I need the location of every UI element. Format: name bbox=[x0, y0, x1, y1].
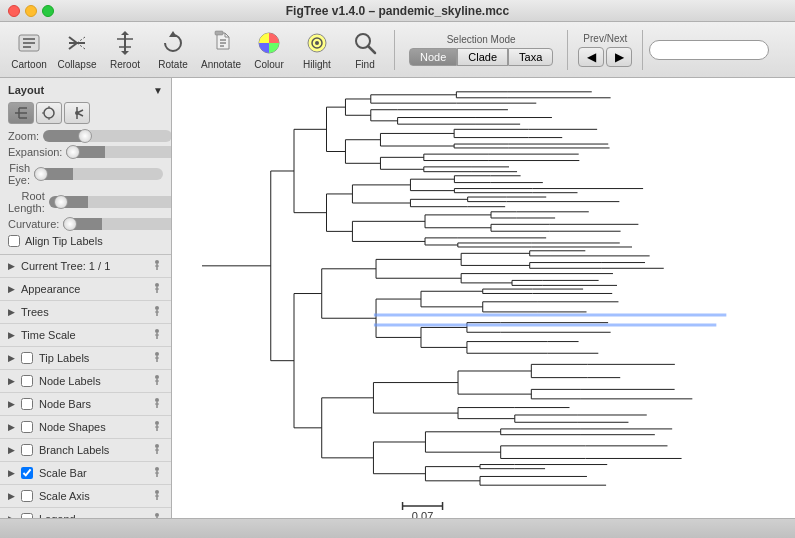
svg-point-60 bbox=[155, 421, 159, 425]
svg-marker-14 bbox=[169, 31, 177, 37]
tree-canvas[interactable] bbox=[172, 78, 795, 518]
rotate-button[interactable]: Rotate bbox=[150, 26, 196, 74]
node-shapes-label: Node Shapes bbox=[39, 421, 106, 433]
sidebar-item-left-node-labels: ▶Node Labels bbox=[8, 375, 101, 387]
find-button[interactable]: Find bbox=[342, 26, 388, 74]
fish-eye-slider[interactable] bbox=[34, 168, 163, 180]
branch-labels-checkbox[interactable] bbox=[21, 444, 33, 456]
search-input[interactable] bbox=[649, 40, 769, 60]
legend-label: Legend bbox=[39, 513, 76, 518]
separator-3 bbox=[642, 30, 643, 70]
node-mode-button[interactable]: Node bbox=[409, 48, 457, 66]
legend-checkbox[interactable] bbox=[21, 513, 33, 518]
svg-point-42 bbox=[155, 283, 159, 287]
prevnext-group: Prev/Next ◀ ▶ bbox=[578, 33, 632, 67]
sidebar-item-trees[interactable]: ▶Trees bbox=[0, 301, 171, 324]
triangle-icon: ▶ bbox=[8, 399, 15, 409]
scale-bar-checkbox[interactable] bbox=[21, 467, 33, 479]
selection-mode-label: Selection Mode bbox=[447, 34, 516, 45]
align-tip-labels-label: Align Tip Labels bbox=[25, 235, 103, 247]
pin-icon bbox=[151, 443, 163, 457]
root-length-label: Root Length: bbox=[8, 190, 45, 214]
hilight-label: Hilight bbox=[303, 59, 331, 70]
sidebar-item-node-bars[interactable]: ▶Node Bars bbox=[0, 393, 171, 416]
cartoon-button[interactable]: Cartoon bbox=[6, 26, 52, 74]
sidebar-item-scale-axis[interactable]: ▶Scale Axis bbox=[0, 485, 171, 508]
minimize-button[interactable] bbox=[25, 5, 37, 17]
status-bar bbox=[0, 518, 795, 538]
svg-point-72 bbox=[155, 513, 159, 517]
svg-point-39 bbox=[155, 260, 159, 264]
layout-collapse-icon[interactable]: ▼ bbox=[153, 85, 163, 96]
colour-button[interactable]: Colour bbox=[246, 26, 292, 74]
annotate-label: Annotate bbox=[201, 59, 241, 70]
separator-2 bbox=[567, 30, 568, 70]
layout-label: Layout bbox=[8, 84, 44, 96]
layout-rectangular-button[interactable] bbox=[8, 102, 34, 124]
sidebar-item-legend[interactable]: ▶Legend bbox=[0, 508, 171, 518]
svg-point-38 bbox=[75, 111, 79, 115]
appearance-label: Appearance bbox=[21, 283, 80, 295]
pin-icon bbox=[151, 305, 163, 319]
root-length-slider[interactable] bbox=[49, 196, 172, 208]
svg-marker-13 bbox=[121, 51, 129, 55]
sidebar-item-current-tree[interactable]: ▶Current Tree: 1 / 1 bbox=[0, 255, 171, 278]
sidebar-item-node-labels[interactable]: ▶Node Labels bbox=[0, 370, 171, 393]
scale-axis-label: Scale Axis bbox=[39, 490, 90, 502]
hilight-button[interactable]: Hilight bbox=[294, 26, 340, 74]
sidebar-item-time-scale[interactable]: ▶Time Scale bbox=[0, 324, 171, 347]
triangle-icon: ▶ bbox=[8, 330, 15, 340]
rotate-icon bbox=[159, 29, 187, 57]
layout-section: Layout ▼ bbox=[0, 78, 171, 255]
pin-icon bbox=[151, 374, 163, 388]
sidebar-item-branch-labels[interactable]: ▶Branch Labels bbox=[0, 439, 171, 462]
prevnext-buttons: ◀ ▶ bbox=[578, 47, 632, 67]
sidebar-item-tip-labels[interactable]: ▶Tip Labels bbox=[0, 347, 171, 370]
maximize-button[interactable] bbox=[42, 5, 54, 17]
sidebar-item-left-appearance: ▶Appearance bbox=[8, 283, 80, 295]
rotate-label: Rotate bbox=[158, 59, 187, 70]
layout-polar-button[interactable] bbox=[64, 102, 90, 124]
layout-radial-button[interactable] bbox=[36, 102, 62, 124]
toolbar: Cartoon Collapse Reroot bbox=[0, 22, 795, 78]
pin-icon bbox=[151, 259, 163, 273]
clade-mode-button[interactable]: Clade bbox=[457, 48, 508, 66]
svg-point-30 bbox=[44, 108, 54, 118]
reroot-button[interactable]: Reroot bbox=[102, 26, 148, 74]
svg-point-22 bbox=[315, 41, 319, 45]
annotate-button[interactable]: Annotate bbox=[198, 26, 244, 74]
curvature-slider[interactable] bbox=[63, 218, 172, 230]
pin-icon bbox=[151, 282, 163, 296]
triangle-icon: ▶ bbox=[8, 422, 15, 432]
close-button[interactable] bbox=[8, 5, 20, 17]
zoom-slider[interactable] bbox=[43, 130, 172, 142]
pin-icon bbox=[151, 466, 163, 480]
sidebar-item-node-shapes[interactable]: ▶Node Shapes bbox=[0, 416, 171, 439]
svg-point-45 bbox=[155, 306, 159, 310]
scale-bar-label: Scale Bar bbox=[39, 467, 87, 479]
colour-label: Colour bbox=[254, 59, 283, 70]
collapse-icon bbox=[63, 29, 91, 57]
sidebar-item-scale-bar[interactable]: ▶Scale Bar bbox=[0, 462, 171, 485]
node-labels-checkbox[interactable] bbox=[21, 375, 33, 387]
node-shapes-checkbox[interactable] bbox=[21, 421, 33, 433]
prev-button[interactable]: ◀ bbox=[578, 47, 604, 67]
sidebar-item-left-trees: ▶Trees bbox=[8, 306, 49, 318]
collapse-button[interactable]: Collapse bbox=[54, 26, 100, 74]
svg-point-51 bbox=[155, 352, 159, 356]
scale-axis-checkbox[interactable] bbox=[21, 490, 33, 502]
find-icon bbox=[351, 29, 379, 57]
align-tip-labels-checkbox[interactable] bbox=[8, 235, 20, 247]
node-bars-checkbox[interactable] bbox=[21, 398, 33, 410]
next-button[interactable]: ▶ bbox=[606, 47, 632, 67]
pin-icon bbox=[151, 397, 163, 411]
title-bar: FigTree v1.4.0 – pandemic_skyline.mcc bbox=[0, 0, 795, 22]
pin-icon bbox=[151, 512, 163, 518]
fish-eye-row: Fish Eye: bbox=[0, 160, 171, 188]
layout-icons bbox=[0, 98, 171, 128]
expansion-slider[interactable] bbox=[66, 146, 172, 158]
sidebar-item-appearance[interactable]: ▶Appearance bbox=[0, 278, 171, 301]
tip-labels-checkbox[interactable] bbox=[21, 352, 33, 364]
taxa-mode-button[interactable]: Taxa bbox=[508, 48, 553, 66]
triangle-icon: ▶ bbox=[8, 284, 15, 294]
